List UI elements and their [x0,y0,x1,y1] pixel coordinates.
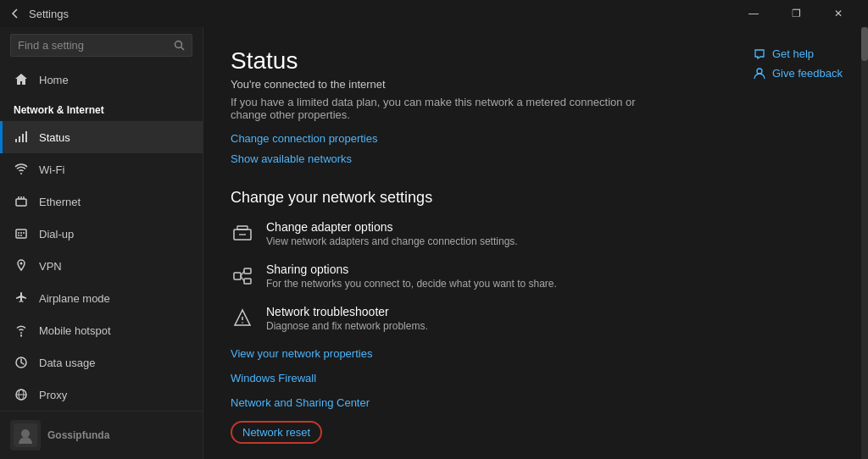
scrollbar-track[interactable] [861,27,868,459]
sidebar-item-home-label: Home [39,74,69,86]
troubleshooter-option[interactable]: Network troubleshooter Diagnose and fix … [231,305,841,332]
sharing-icon [231,264,254,288]
svg-point-25 [757,69,762,74]
svg-line-1 [181,47,185,51]
sidebar-item-proxy-label: Proxy [39,389,67,401]
sidebar-item-hotspot[interactable]: Mobile hotspot [0,314,203,346]
watermark-label: Gossipfunda [47,429,109,441]
get-help-label: Get help [772,47,814,60]
proxy-icon [14,387,29,402]
troubleshooter-title: Network troubleshooter [266,305,428,318]
sidebar-item-hotspot-label: Mobile hotspot [39,324,111,337]
restore-button[interactable]: ❐ [776,0,815,27]
sidebar-item-ethernet[interactable]: Ethernet [0,185,203,218]
help-panel: Get help Give feedback [754,47,843,80]
firewall-link[interactable]: Windows Firewall [231,372,841,384]
sidebar-item-vpn[interactable]: VPN [0,250,203,282]
show-networks-link[interactable]: Show available networks [231,152,352,165]
sharing-desc: For the networks you connect to, decide … [266,278,557,290]
change-connection-link[interactable]: Change connection properties [231,132,377,145]
sidebar-item-ethernet-label: Ethernet [39,196,81,208]
vpn-icon [14,258,29,274]
sidebar-item-wifi-label: Wi-Fi [39,163,64,176]
sidebar-group-title: Network & Internet [0,96,203,121]
chat-icon [754,48,765,60]
svg-point-13 [23,232,25,234]
svg-rect-2 [15,139,17,142]
sidebar-item-datausage[interactable]: Data usage [0,346,203,379]
datausage-icon [14,355,29,370]
svg-point-15 [20,235,22,236]
search-box[interactable] [10,34,192,57]
svg-rect-6 [16,199,26,206]
window-title: Settings [29,8,734,20]
close-button[interactable]: ✕ [819,0,858,27]
network-reset-link[interactable]: Network reset [231,421,322,444]
adapter-title: Change adapter options [266,220,518,234]
sidebar-item-dialup[interactable]: Dial-up [0,218,203,250]
svg-rect-29 [234,273,241,279]
sidebar-item-datausage-label: Data usage [39,357,96,369]
svg-rect-4 [22,134,24,142]
home-icon [14,72,29,87]
sharing-title: Sharing options [266,263,557,276]
svg-point-0 [175,41,182,48]
search-icon [174,40,185,51]
adapter-content: Change adapter options View network adap… [266,220,518,247]
svg-rect-31 [244,279,251,284]
status-icon [14,130,29,145]
sharing-content: Sharing options For the networks you con… [266,263,557,290]
give-feedback-link[interactable]: Give feedback [754,67,843,80]
sharing-option[interactable]: Sharing options For the networks you con… [231,263,841,290]
sharing-center-link[interactable]: Network and Sharing Center [231,396,841,409]
main-content: Get help Give feedback Status You're con… [203,27,868,459]
watermark-logo [10,420,41,451]
search-input[interactable] [18,39,174,52]
sidebar-item-dialup-label: Dial-up [39,228,74,241]
sidebar-item-status-label: Status [39,131,70,144]
sidebar: Home Network & Internet Status [0,27,203,459]
sidebar-item-wifi[interactable]: Wi-Fi [0,153,203,185]
status-subtitle: You're connected to the internet [231,78,841,91]
watermark: Gossipfunda [0,411,203,459]
troubleshooter-desc: Diagnose and fix network problems. [266,320,428,332]
svg-rect-27 [237,226,248,230]
sidebar-item-status[interactable]: Status [0,121,203,153]
svg-rect-3 [19,136,20,142]
sidebar-item-airplane-label: Airplane mode [39,292,110,305]
adapter-icon [231,222,254,246]
title-bar: Settings — ❐ ✕ [0,0,868,27]
svg-point-14 [18,235,19,236]
minimize-button[interactable]: — [734,0,773,27]
sidebar-item-airplane[interactable]: Airplane mode [0,282,203,314]
page-title: Status [231,47,841,75]
give-feedback-label: Give feedback [772,67,843,80]
sidebar-item-vpn-label: VPN [39,260,62,273]
status-description: If you have a limited data plan, you can… [231,96,671,121]
bottom-links: View your network properties Windows Fir… [231,347,841,444]
app-body: Home Network & Internet Status [0,27,868,459]
svg-point-24 [21,429,30,438]
hotspot-icon [14,323,29,338]
sidebar-item-proxy[interactable]: Proxy [0,379,203,411]
person-icon [754,68,765,80]
back-button[interactable] [10,8,20,19]
svg-rect-5 [25,131,27,142]
network-settings-section-title: Change your network settings [231,189,841,207]
get-help-link[interactable]: Get help [754,47,843,60]
sidebar-item-home[interactable]: Home [0,64,203,96]
svg-point-11 [18,232,19,234]
wifi-icon [14,162,29,177]
ethernet-icon [14,194,29,209]
airplane-icon [14,290,29,306]
adapter-option[interactable]: Change adapter options View network adap… [231,220,841,247]
svg-point-16 [20,263,23,265]
svg-point-12 [20,232,22,234]
network-props-link[interactable]: View your network properties [231,347,841,360]
scrollbar-thumb[interactable] [861,27,868,61]
dialup-icon [14,226,29,241]
svg-point-35 [242,322,243,324]
svg-rect-30 [244,268,251,274]
troubleshooter-content: Network troubleshooter Diagnose and fix … [266,305,428,332]
adapter-desc: View network adapters and change connect… [266,235,518,247]
